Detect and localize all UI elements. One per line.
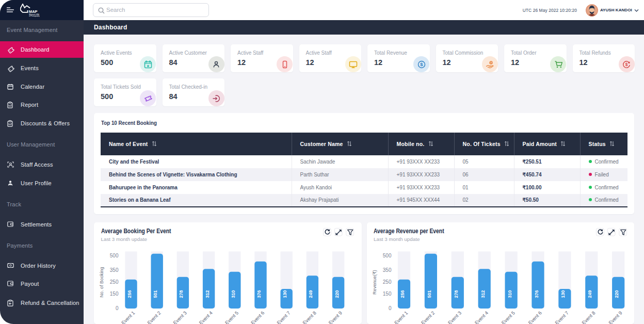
svg-text:No. of Booking: No. of Booking [99,267,104,297]
svg-text:Event 7: Event 7 [554,310,570,324]
svg-text:376: 376 [256,290,262,298]
svg-text:Revenue(₹): Revenue(₹) [372,270,377,295]
svg-text:Event 3: Event 3 [172,310,188,324]
svg-text:$: $ [490,61,492,64]
svg-text:Event 8: Event 8 [581,310,597,324]
svg-text:350: 350 [110,267,119,273]
svg-text:249: 249 [308,290,313,298]
svg-text:Event 9: Event 9 [327,310,343,324]
svg-text:Event 5: Event 5 [224,310,240,324]
svg-text:130: 130 [560,290,566,298]
svg-text:150: 150 [110,291,119,297]
svg-text:Event 1: Event 1 [393,310,409,324]
svg-text:Event 3: Event 3 [446,310,462,324]
svg-text:312: 312 [205,290,210,298]
svg-text:312: 312 [480,290,485,298]
svg-text:Event 6: Event 6 [250,310,266,324]
svg-text:Event 7: Event 7 [276,310,292,324]
svg-text:376: 376 [534,290,539,298]
svg-text:500: 500 [382,253,391,258]
svg-text:250: 250 [110,279,119,285]
svg-text:250: 250 [382,279,391,285]
svg-text:256: 256 [127,290,132,298]
svg-text:Event 1: Event 1 [120,310,136,324]
svg-text:& Photography: & Photography [29,15,40,17]
svg-text:256: 256 [400,290,405,298]
svg-text:Event 9: Event 9 [607,310,623,324]
svg-text:Event 8: Event 8 [301,310,317,324]
svg-text:Event 6: Event 6 [527,310,543,324]
svg-text:$: $ [420,61,423,67]
svg-text:249: 249 [587,290,592,298]
svg-text:310: 310 [231,290,236,298]
svg-text:220: 220 [614,290,619,298]
svg-text:Event 5: Event 5 [500,310,516,324]
svg-text:278: 278 [453,290,458,298]
svg-text:501: 501 [153,290,158,298]
svg-text:310: 310 [507,290,512,298]
svg-text:0: 0 [116,305,119,311]
svg-text:150: 150 [382,291,391,297]
svg-text:278: 278 [179,290,184,298]
svg-text:500: 500 [110,253,119,258]
svg-text:0: 0 [388,305,391,311]
svg-text:220: 220 [334,290,340,298]
svg-text:350: 350 [382,267,391,273]
svg-text:Event 4: Event 4 [198,310,214,324]
svg-text:$: $ [625,62,628,67]
svg-text:130: 130 [282,290,287,298]
svg-text:Event 4: Event 4 [473,310,489,324]
svg-text:Event 2: Event 2 [420,310,436,324]
svg-text:501: 501 [426,290,431,298]
svg-text:Event 2: Event 2 [146,310,162,324]
